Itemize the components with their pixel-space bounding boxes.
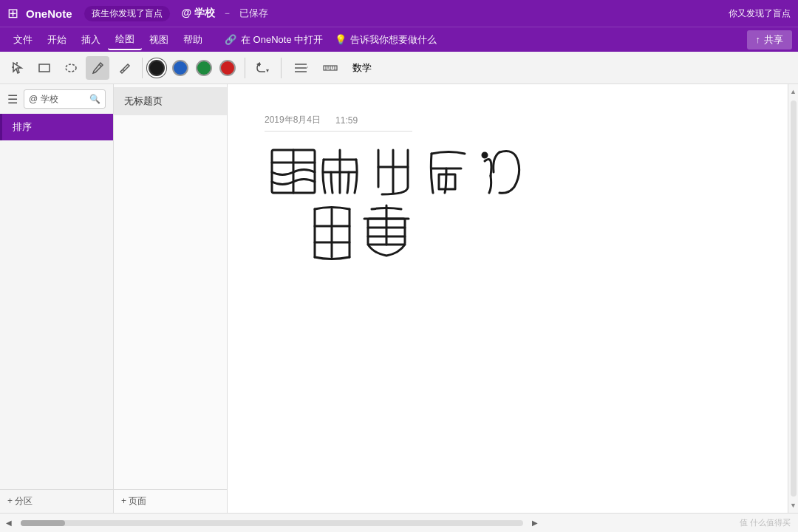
menu-item-draw[interactable]: 绘图 bbox=[108, 30, 142, 50]
apps-icon[interactable]: ⊞ bbox=[7, 5, 18, 21]
ruler-tool-btn[interactable] bbox=[112, 56, 136, 80]
share-label: 共享 bbox=[764, 33, 783, 47]
svg-marker-5 bbox=[120, 64, 129, 73]
sections-panel: ☰ @ 学校 🔍 排序 + 分区 bbox=[0, 84, 114, 513]
pages-list: 无标题页 bbox=[114, 84, 227, 489]
link-icon: 🔗 bbox=[225, 34, 236, 45]
add-page-btn[interactable]: + 页面 bbox=[114, 489, 227, 513]
color-black[interactable] bbox=[149, 60, 165, 76]
scroll-down-arrow[interactable]: ▼ bbox=[788, 498, 799, 513]
share-btn[interactable]: ↑ 共享 bbox=[747, 30, 793, 50]
menu-item-help[interactable]: 帮助 bbox=[176, 30, 210, 50]
add-section-btn[interactable]: + 分区 bbox=[0, 489, 113, 513]
note-time: 11:59 bbox=[335, 115, 358, 126]
math-label: 数学 bbox=[352, 61, 372, 75]
notification-badge: 孩生你发现了盲点 bbox=[84, 6, 170, 21]
toolbar-sep-2 bbox=[245, 58, 245, 78]
search-box[interactable]: @ 学校 🔍 bbox=[24, 89, 106, 109]
sections-header: ☰ @ 学校 🔍 bbox=[0, 84, 113, 114]
search-icon[interactable]: 🔍 bbox=[89, 94, 100, 104]
separator: － bbox=[222, 7, 232, 20]
select-tool-btn[interactable] bbox=[6, 56, 30, 80]
undo-btn[interactable]: ▾ bbox=[251, 56, 275, 80]
ruler-lines-btn[interactable] bbox=[317, 58, 344, 78]
color-red[interactable] bbox=[219, 60, 236, 76]
toolbar: ▾ ▾ 数学 bbox=[0, 52, 798, 84]
svg-point-26 bbox=[482, 153, 487, 157]
menu-item-insert[interactable]: 插入 bbox=[74, 30, 108, 50]
note-content: 2019年8月4日 11:59 bbox=[228, 84, 788, 513]
scroll-right-arrow[interactable]: ▶ bbox=[526, 514, 544, 533]
pages-panel: 无标题页 + 页面 bbox=[114, 84, 228, 513]
section-item-pairing[interactable]: 排序 bbox=[0, 114, 113, 140]
svg-line-4 bbox=[99, 64, 101, 66]
menu-item-file[interactable]: 文件 bbox=[6, 30, 40, 50]
watermark: 值 什么值得买 bbox=[740, 517, 798, 528]
toolbar-sep-3 bbox=[281, 58, 282, 78]
color-green[interactable] bbox=[196, 60, 212, 76]
lasso-tool-btn[interactable] bbox=[59, 56, 83, 80]
hamburger-icon[interactable]: ☰ bbox=[7, 92, 18, 106]
handwriting-area[interactable] bbox=[265, 146, 758, 294]
lightbulb-icon: 💡 bbox=[335, 34, 347, 45]
menubar: 文件 开始 插入 绘图 视图 帮助 🔗 在 OneNote 中打开 💡 告诉我你… bbox=[0, 27, 798, 52]
open-in-onenote-btn[interactable]: 🔗 在 OneNote 中打开 bbox=[225, 33, 323, 47]
svg-rect-2 bbox=[39, 64, 50, 72]
rect-tool-btn[interactable] bbox=[33, 56, 56, 80]
scrollbar-track[interactable] bbox=[21, 520, 523, 526]
pen-tool-btn[interactable] bbox=[86, 56, 109, 80]
toolbar-sep-1 bbox=[142, 58, 143, 78]
svg-text:▾: ▾ bbox=[266, 67, 269, 74]
notebook-label[interactable]: @ 学校 bbox=[182, 7, 216, 20]
scroll-up-arrow[interactable]: ▲ bbox=[788, 84, 799, 99]
app-name: OneNote bbox=[26, 7, 72, 20]
menu-item-view[interactable]: 视图 bbox=[142, 30, 176, 50]
scrollbar-thumb bbox=[21, 520, 65, 526]
bottom-bar: ◀ ▶ 值 什么值得买 bbox=[0, 513, 798, 532]
tell-me-btn[interactable]: 💡 告诉我你想要做什么 bbox=[335, 33, 437, 47]
page-item-untitled[interactable]: 无标题页 bbox=[114, 87, 227, 115]
search-at-label: @ 学校 bbox=[29, 93, 58, 106]
save-status: 已保存 bbox=[239, 7, 268, 20]
svg-text:▾: ▾ bbox=[307, 64, 308, 72]
color-blue[interactable] bbox=[172, 60, 188, 76]
tell-me-label: 告诉我你想要做什么 bbox=[350, 33, 437, 47]
svg-point-3 bbox=[66, 64, 76, 72]
titlebar: ⊞ OneNote 孩生你发现了盲点 @ 学校 － 已保存 你又发现了盲点 bbox=[0, 0, 798, 27]
vscroll-track bbox=[791, 100, 797, 497]
handwriting-svg bbox=[265, 146, 560, 294]
open-in-onenote-label: 在 OneNote 中打开 bbox=[241, 33, 323, 47]
note-date: 2019年8月4日 bbox=[265, 114, 321, 126]
right-action[interactable]: 你又发现了盲点 bbox=[729, 7, 791, 20]
right-scrollbar[interactable]: ▲ ▼ bbox=[788, 84, 798, 513]
sections-list: 排序 bbox=[0, 114, 113, 489]
canvas-area: 2019年8月4日 11:59 bbox=[228, 84, 788, 513]
menu-item-home[interactable]: 开始 bbox=[40, 30, 74, 50]
note-meta: 2019年8月4日 11:59 bbox=[265, 114, 412, 132]
scroll-left-arrow[interactable]: ◀ bbox=[0, 514, 18, 533]
align-lines-btn[interactable]: ▾ bbox=[287, 58, 314, 78]
math-btn[interactable]: 数学 bbox=[347, 58, 378, 78]
share-icon: ↑ bbox=[756, 34, 761, 45]
